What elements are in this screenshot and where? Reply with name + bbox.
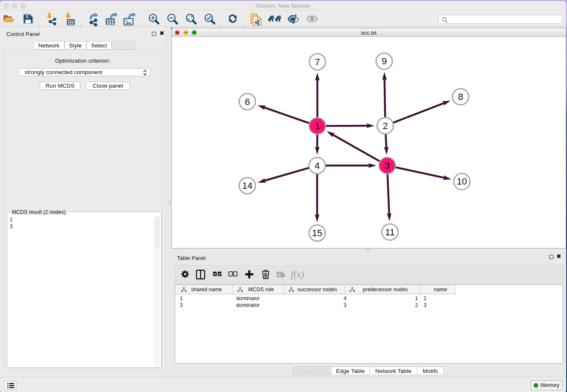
svg-text:4: 4	[314, 160, 319, 171]
svg-text:1: 1	[315, 121, 320, 131]
svg-text:7: 7	[315, 57, 320, 67]
svg-text:6: 6	[245, 97, 250, 107]
svg-text:14: 14	[242, 180, 252, 191]
svg-text:9: 9	[382, 56, 387, 66]
svg-text:3: 3	[385, 160, 390, 171]
svg-text:2: 2	[383, 121, 388, 131]
svg-text:8: 8	[458, 91, 463, 102]
svg-text:15: 15	[312, 228, 322, 238]
svg-text:11: 11	[385, 227, 395, 237]
svg-text:10: 10	[457, 176, 467, 187]
